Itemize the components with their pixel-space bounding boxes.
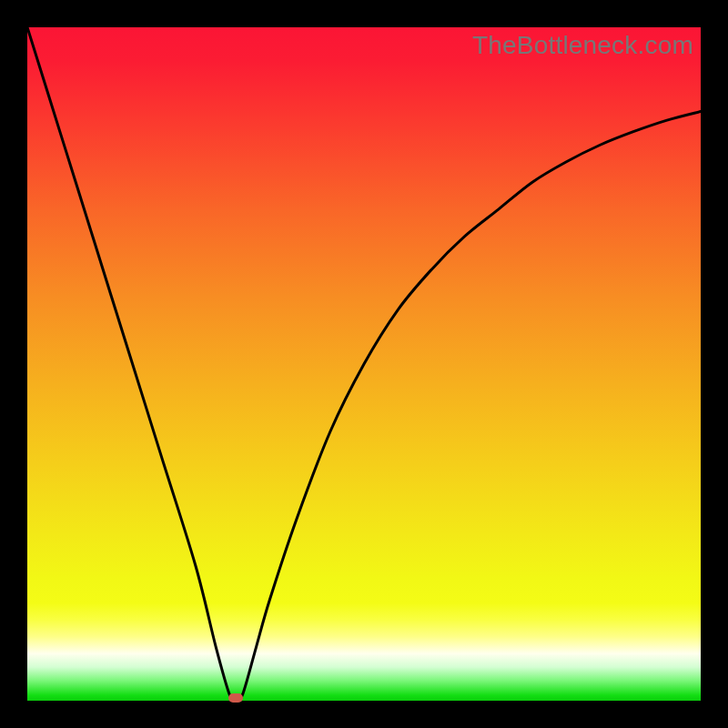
plot-area: TheBottleneck.com [27, 27, 701, 701]
chart-frame: TheBottleneck.com [0, 0, 728, 728]
watermark-text: TheBottleneck.com [472, 31, 693, 60]
curve-svg [27, 27, 701, 701]
bottleneck-curve [27, 27, 701, 701]
minimum-marker [228, 693, 243, 703]
